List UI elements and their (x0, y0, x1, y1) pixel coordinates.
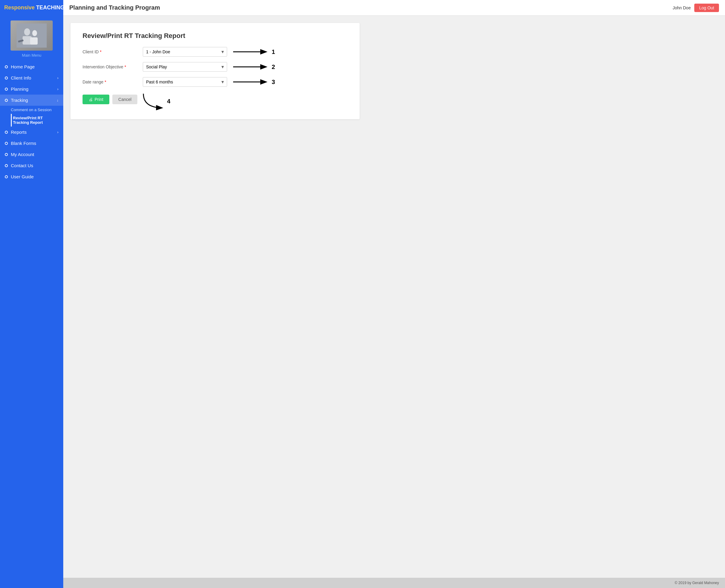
cancel-button[interactable]: Cancel (112, 94, 137, 104)
sidebar-sub-review-print[interactable]: Review/Print RT Tracking Report (11, 114, 63, 127)
main-content: Review/Print RT Tracking Report Client I… (63, 16, 725, 578)
nav-dot-planning (5, 88, 8, 91)
chevron-down-icon: ↓ (57, 98, 59, 102)
footer: © 2019 by Gerald Mahoney (63, 578, 725, 588)
arrow-4-icon (141, 92, 165, 110)
sidebar-image (10, 20, 53, 50)
annotation-2-num: 2 (272, 64, 275, 70)
nav-dot-tracking (5, 99, 8, 102)
sidebar-label-client-info: Client Info (11, 75, 31, 80)
sidebar-item-home[interactable]: Home Page (0, 61, 63, 72)
nav-dot-client-info (5, 77, 8, 80)
sidebar-item-contact-us[interactable]: Contact Us (0, 160, 63, 171)
date-range-row: Date range * Past 6 months Past months ▼ (83, 77, 347, 87)
required-marker: * (100, 49, 102, 54)
form-card: Review/Print RT Tracking Report Client I… (70, 23, 360, 119)
sidebar-label-tracking: Tracking (11, 98, 28, 103)
date-range-select-wrap: Past 6 months Past months ▼ (143, 77, 227, 87)
main-layout: Main Menu Home Page Client Info › Planni… (0, 16, 725, 588)
sidebar-item-user-guide[interactable]: User Guide (0, 171, 63, 182)
print-button[interactable]: 🖨 Print (83, 94, 109, 104)
sidebar: Main Menu Home Page Client Info › Planni… (0, 16, 63, 588)
date-range-select[interactable]: Past 6 months Past months (143, 77, 227, 87)
arrow-1-icon (233, 48, 269, 56)
sidebar-label-reports: Reports (11, 129, 27, 135)
client-id-row: Client ID * 1 - John Doe ▼ (83, 47, 347, 57)
annotation-1-num: 1 (272, 48, 275, 56)
annotation-1: 1 (233, 48, 275, 56)
required-marker-3: * (105, 80, 106, 84)
printer-icon: 🖨 (89, 97, 93, 102)
intervention-row: Intervention Objective * Social Play ▼ (83, 62, 347, 72)
sidebar-item-blank-forms[interactable]: Blank Forms (0, 138, 63, 149)
sidebar-label-contact-us: Contact Us (11, 163, 33, 168)
intervention-label: Intervention Objective * (83, 64, 143, 69)
annotation-3-num: 3 (272, 79, 275, 86)
svg-point-1 (24, 28, 30, 36)
nav-dot-home (5, 65, 8, 68)
tracking-submenu: Comment on a Session Review/Print RT Tra… (0, 106, 63, 127)
logout-button[interactable]: Log Out (694, 4, 719, 12)
sidebar-item-client-info[interactable]: Client Info › (0, 72, 63, 83)
header-username: John Doe (673, 5, 691, 10)
app-header: Responsive TEACHING Planning and Trackin… (0, 0, 725, 16)
sidebar-nav: Home Page Client Info › Planning › Track… (0, 61, 63, 588)
svg-point-2 (32, 30, 37, 36)
sidebar-item-tracking[interactable]: Tracking ↓ (0, 94, 63, 106)
annotation-4: 4 (141, 92, 170, 110)
nav-dot-reports (5, 131, 8, 134)
date-range-label: Date range * (83, 80, 143, 84)
svg-rect-4 (30, 37, 38, 45)
nav-dot-my-account (5, 153, 8, 156)
sidebar-item-my-account[interactable]: My Account (0, 149, 63, 160)
sidebar-label-my-account: My Account (11, 152, 34, 157)
nav-dot-user-guide (5, 175, 8, 178)
intervention-select-wrap: Social Play ▼ (143, 62, 227, 72)
arrow-2-icon (233, 63, 269, 70)
client-id-select[interactable]: 1 - John Doe (143, 47, 227, 57)
arrow-3-icon (233, 78, 269, 86)
sidebar-item-reports[interactable]: Reports › (0, 127, 63, 138)
client-id-select-wrap: 1 - John Doe ▼ (143, 47, 227, 57)
brand-logo: Responsive TEACHING (0, 0, 63, 16)
sidebar-label-planning: Planning (11, 86, 28, 91)
sidebar-label-blank-forms: Blank Forms (11, 141, 36, 146)
annotation-4-num: 4 (167, 98, 170, 105)
sidebar-item-planning[interactable]: Planning › (0, 83, 63, 94)
required-marker-2: * (124, 64, 126, 69)
sidebar-label-user-guide: User Guide (11, 174, 34, 179)
annotation-3: 3 (233, 78, 275, 86)
intervention-select[interactable]: Social Play (143, 62, 227, 72)
brand-teaching: TEACHING (36, 4, 64, 11)
sidebar-label-home: Home Page (11, 64, 35, 69)
nav-dot-contact-us (5, 164, 8, 167)
client-id-label: Client ID * (83, 49, 143, 54)
brand-responsive: Responsive (4, 4, 35, 11)
footer-copyright: © 2019 by Gerald Mahoney (675, 581, 719, 585)
form-title: Review/Print RT Tracking Report (83, 32, 347, 40)
chevron-right-icon: › (57, 130, 59, 134)
main-menu-link[interactable]: Main Menu (0, 53, 63, 58)
sidebar-image-placeholder (10, 20, 53, 50)
sidebar-sub-comment-session[interactable]: Comment on a Session (11, 106, 63, 114)
page-title: Planning and Tracking Program (69, 4, 673, 11)
chevron-right-icon: › (57, 87, 59, 91)
form-buttons: 🖨 Print Cancel (83, 94, 137, 104)
chevron-right-icon: › (57, 76, 59, 80)
annotation-2: 2 (233, 63, 275, 70)
nav-dot-blank-forms (5, 142, 8, 145)
